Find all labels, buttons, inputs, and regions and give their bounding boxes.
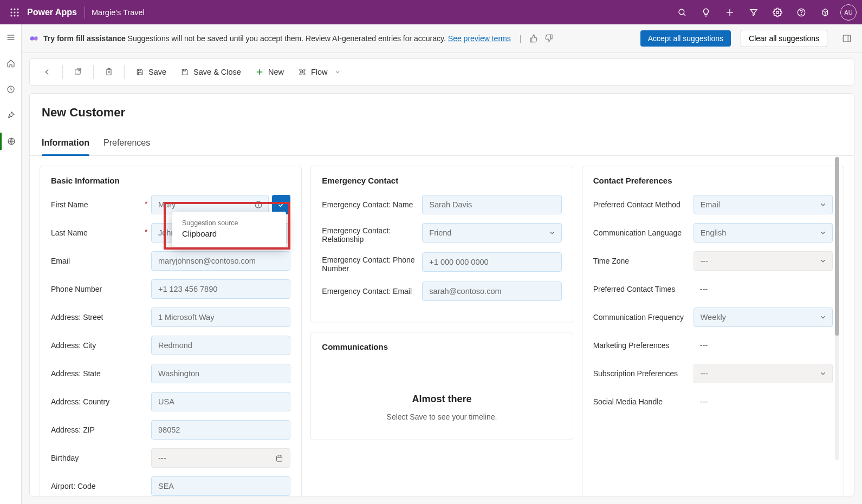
left-rail: [0, 24, 22, 504]
chevron-down-icon: [819, 201, 827, 208]
banner-separator: |: [520, 34, 522, 43]
field-label: Communication Language: [593, 228, 682, 237]
country-input[interactable]: USA: [151, 392, 290, 411]
field-label: Time Zone: [593, 257, 629, 265]
zip-input[interactable]: 98052: [151, 420, 290, 440]
field-label: Phone Number: [51, 285, 102, 293]
required-marker: *: [145, 199, 147, 208]
pref-social-value[interactable]: ---: [694, 392, 833, 411]
pref-marketing-value[interactable]: ---: [694, 336, 833, 355]
preview-terms-link[interactable]: See preview terms: [448, 34, 511, 43]
chevron-down-icon: [548, 229, 556, 237]
thumbs-up-icon[interactable]: [528, 32, 540, 44]
svg-point-8: [17, 15, 19, 16]
field-label: Social Media Handle: [593, 397, 663, 406]
ec-email-input[interactable]: sarah@contoso.com: [422, 282, 561, 301]
ec-phone-input[interactable]: +1 000 000 0000: [422, 252, 561, 272]
pref-tz-select[interactable]: ---: [694, 251, 833, 271]
city-input[interactable]: Redmond: [151, 336, 290, 355]
work-area: Try form fill assistance Suggestions wil…: [22, 24, 862, 504]
new-button[interactable]: New: [250, 64, 289, 80]
field-state: Address: State Washington: [51, 364, 290, 383]
field-pref-method: Preferred Contact Method Email: [593, 195, 833, 214]
ec-rel-select[interactable]: Friend: [422, 223, 561, 243]
help-icon[interactable]: [789, 0, 813, 24]
thumbs-down-icon[interactable]: [543, 32, 555, 44]
separator: [93, 65, 94, 79]
pref-method-select[interactable]: Email: [694, 195, 833, 214]
card-heading: Communications: [322, 342, 561, 351]
field-label: Marketing Preferences: [593, 341, 670, 350]
open-new-window-button[interactable]: [68, 64, 88, 80]
side-panel-icon[interactable]: [839, 31, 854, 46]
app-switch-icon[interactable]: [813, 0, 837, 24]
flow-button[interactable]: Flow: [293, 64, 346, 80]
pref-lang-select[interactable]: English: [694, 223, 833, 243]
tab-preferences[interactable]: Preferences: [103, 138, 150, 155]
card-emergency: Emergency Contact Emergency Contact: Nam…: [310, 166, 573, 323]
field-label: Emergency Contact: Phone Number: [322, 256, 417, 273]
pin-icon[interactable]: [0, 107, 22, 124]
save-close-button[interactable]: Save & Close: [175, 64, 247, 80]
phone-input[interactable]: +1 123 456 7890: [151, 279, 290, 299]
field-city: Address: City Redmond: [51, 336, 290, 355]
form-page: New Customer Information Preferences Bas…: [29, 93, 854, 496]
field-pref-freq: Communication Frequency Weekly: [593, 307, 833, 327]
filter-icon[interactable]: [742, 0, 766, 24]
street-input[interactable]: 1 Microsoft Way: [151, 307, 290, 327]
suggestion-source-popover: Suggestion source Clipboard: [172, 212, 286, 247]
form-board: Basic Information First Name * Mary: [30, 156, 854, 496]
save-button[interactable]: Save: [130, 64, 172, 80]
globe-icon[interactable]: [0, 133, 22, 150]
field-zip: Address: ZIP 98052: [51, 420, 290, 440]
field-label: First Name: [51, 200, 88, 209]
lightbulb-icon[interactable]: [694, 0, 718, 24]
svg-point-3: [11, 11, 12, 13]
app-launcher-icon[interactable]: [5, 8, 24, 17]
pref-freq-select[interactable]: Weekly: [694, 307, 833, 327]
separator: [62, 65, 63, 79]
state-input[interactable]: Washington: [151, 364, 290, 383]
avatar[interactable]: AU: [840, 4, 857, 21]
field-label: Emergency Contact: Name: [322, 200, 413, 209]
pref-times-value[interactable]: ---: [694, 279, 833, 299]
field-pref-social: Social Media Handle ---: [593, 392, 833, 411]
add-icon[interactable]: [718, 0, 742, 24]
svg-point-1: [14, 8, 16, 10]
field-label: Address: State: [51, 369, 101, 378]
email-input[interactable]: maryjohnson@contoso.com: [151, 251, 290, 271]
recent-icon[interactable]: [0, 81, 22, 98]
accept-all-button[interactable]: Accept all suggestions: [640, 30, 731, 47]
field-street: Address: Street 1 Microsoft Way: [51, 307, 290, 327]
separator: [124, 65, 125, 79]
home-icon[interactable]: [0, 55, 22, 72]
field-phone: Phone Number +1 123 456 7890: [51, 279, 290, 299]
field-pref-tz: Time Zone ---: [593, 251, 833, 271]
scrollbar-thumb[interactable]: [835, 157, 839, 336]
ec-name-input[interactable]: Sarah Davis: [422, 195, 561, 214]
copilot-icon: [29, 34, 39, 43]
field-label: Address: Street: [51, 313, 103, 322]
tab-information[interactable]: Information: [42, 138, 89, 155]
search-icon[interactable]: [670, 0, 694, 24]
airport-input[interactable]: SEA: [151, 476, 290, 496]
gear-icon[interactable]: [766, 0, 789, 24]
back-button[interactable]: [37, 64, 57, 80]
svg-point-4: [14, 11, 16, 13]
clipboard-button[interactable]: [99, 64, 119, 80]
pref-subs-select[interactable]: ---: [694, 364, 833, 383]
svg-point-15: [801, 14, 801, 15]
clear-all-button[interactable]: Clear all suggestions: [741, 30, 827, 47]
birthday-input[interactable]: ---: [151, 448, 290, 468]
field-label: Last Name: [51, 228, 88, 237]
info-icon[interactable]: [254, 200, 263, 209]
field-airport: Airport: Code SEA: [51, 476, 290, 496]
svg-point-22: [34, 36, 38, 41]
hamburger-icon[interactable]: [0, 29, 22, 46]
environment-name[interactable]: Margie's Travel: [92, 8, 145, 17]
calendar-icon[interactable]: [275, 454, 283, 462]
header-divider: [85, 6, 85, 18]
field-label: Email: [51, 257, 70, 265]
svg-point-9: [679, 9, 684, 15]
field-ec-name: Emergency Contact: Name Sarah Davis: [322, 195, 561, 214]
